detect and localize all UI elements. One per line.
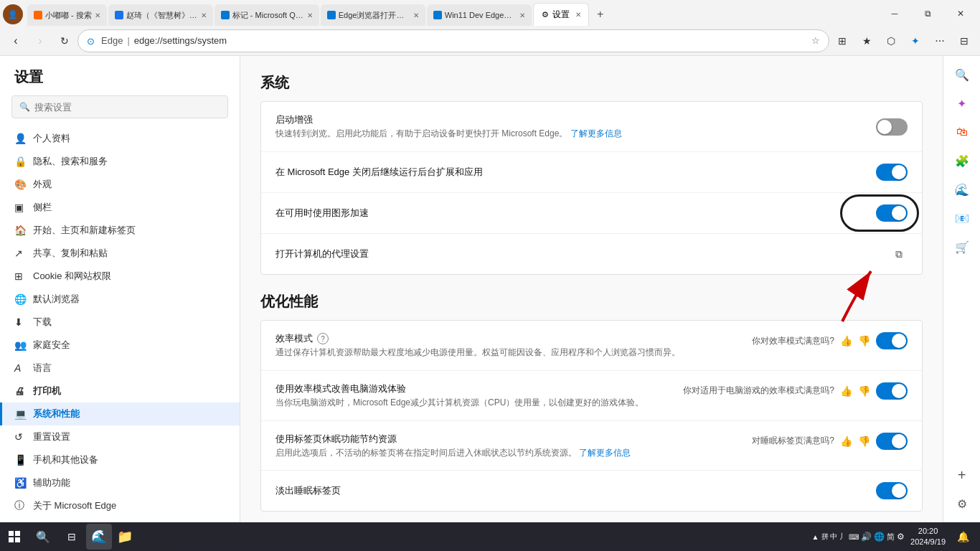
taskbar-notification-button[interactable]: 🔔 (951, 525, 974, 548)
forward-button[interactable]: › (29, 29, 52, 52)
right-outlook-button[interactable]: 📧 (949, 205, 975, 231)
sidebar-item-about[interactable]: ⓘ 关于 Microsoft Edge (0, 494, 240, 517)
sleeping-tabs-link[interactable]: 了解更多信息 (579, 448, 631, 458)
efficiency-thumbup-icon[interactable]: 👍 (840, 335, 852, 347)
tab-xiaodudou-close[interactable]: ✕ (95, 11, 100, 19)
fade-sleeping-toggle[interactable] (876, 482, 908, 499)
efficiency-help-icon[interactable]: ? (317, 333, 329, 344)
proxy-external-link[interactable]: ⧉ (890, 245, 908, 263)
right-add-button[interactable]: + (949, 462, 975, 488)
restore-button[interactable]: ⧉ (911, 3, 944, 24)
sidebar-item-download-label: 下载 (33, 316, 52, 329)
sidebar-item-privacy[interactable]: 🔒 隐私、搜索和服务 (0, 150, 240, 173)
settings-search-input[interactable] (34, 102, 220, 113)
sleeping-tabs-toggle[interactable] (876, 433, 908, 450)
settings-search-box[interactable]: 🔍 (11, 95, 228, 118)
minimize-button[interactable]: ─ (878, 3, 911, 24)
right-cart-button[interactable]: 🛒 (949, 234, 975, 260)
copilot-button[interactable]: ✦ (904, 29, 927, 52)
close-window-button[interactable]: ✕ (944, 3, 977, 24)
startup-boost-link[interactable]: 了解更多信息 (570, 128, 622, 138)
favorites-button[interactable]: ★ (855, 29, 878, 52)
reset-icon: ↺ (14, 431, 26, 443)
sidebar-item-newtab[interactable]: 🏠 开始、主页和新建标签页 (0, 219, 240, 242)
right-shopping-button[interactable]: 🛍 (949, 119, 975, 145)
right-panel: 🔍 ✦ 🛍 🧩 🌊 📧 🛒 + ⚙ (943, 56, 980, 522)
startup-boost-row: 启动增强 快速转到浏览。启用此功能后，有助于启动设备时更快打开 Microsof… (261, 102, 922, 152)
taskbar-explorer-app[interactable]: 📁 (112, 524, 138, 550)
sleeping-tabs-thumbdown-icon[interactable]: 👎 (858, 435, 870, 447)
tab-settings-close[interactable]: ✕ (575, 11, 581, 19)
taskbar-search-button[interactable]: 🔍 (29, 522, 57, 551)
more-button[interactable]: ··· (928, 29, 951, 52)
efficiency-thumbdown-icon[interactable]: 👎 (858, 335, 870, 347)
sidebar-item-family[interactable]: 👥 家庭安全 (0, 334, 240, 357)
sidebar-item-appearance[interactable]: 🎨 外观 (0, 173, 240, 196)
start-button[interactable] (0, 522, 29, 551)
tab-win11[interactable]: Win11 Dev Edge浏览... ✕ (427, 4, 532, 26)
split-screen-button[interactable]: ⊞ (831, 29, 854, 52)
sleeping-tabs-thumbup-icon[interactable]: 👍 (840, 435, 852, 447)
sidebar-item-system[interactable]: 💻 系统和性能 (0, 402, 240, 425)
sidebar-item-language[interactable]: A 语言 (0, 357, 240, 380)
collections-button[interactable]: ⬡ (880, 29, 903, 52)
address-bar[interactable]: ⊙ Edge | edge://settings/system ☆ (77, 29, 829, 52)
tab-zhaoqi[interactable]: 赵琦（《智慧树》标... ✕ (108, 4, 213, 26)
sidebar-item-cookie[interactable]: ⊞ Cookie 和网站权限 (0, 265, 240, 288)
gaming-thumbdown-icon[interactable]: 👎 (858, 385, 870, 397)
taskbar-clock[interactable]: 20:20 2024/9/19 (908, 526, 948, 548)
cookie-icon: ⊞ (14, 270, 26, 282)
new-tab-button[interactable]: + (590, 4, 611, 24)
proxy-row: 打开计算机的代理设置 ⧉ (261, 234, 922, 274)
sidebar-item-appearance-label: 外观 (33, 178, 52, 191)
run-background-toggle[interactable] (876, 164, 908, 181)
sidebar-item-printer[interactable]: 🖨 打印机 (0, 380, 240, 402)
taskbar-edge-app[interactable]: 🌊 (86, 524, 112, 550)
taskbar-system-tray[interactable]: ▲ 拼 中 丿 ⌨ 🔊 🌐 简 ⚙ (812, 532, 905, 542)
tab-settings[interactable]: ⚙ 设置 ✕ (533, 3, 589, 26)
tab-notes-label: 标记 - Microsoft Q&... (232, 10, 304, 21)
about-icon: ⓘ (14, 499, 26, 512)
tab-xiaodudou[interactable]: 小嘟嘟 - 搜索 ✕ (27, 4, 107, 26)
sidebar-toggle-button[interactable]: ⊟ (953, 29, 976, 52)
tab-zhaoqi-close[interactable]: ✕ (201, 11, 207, 19)
right-extensions-button[interactable]: 🧩 (949, 148, 975, 174)
sidebar-item-profile-label: 个人资料 (33, 132, 70, 145)
right-settings-button[interactable]: ⚙ (949, 491, 975, 517)
sidebar-item-about-label: 关于 Microsoft Edge (33, 499, 116, 512)
sidebar-item-reset[interactable]: ↺ 重置设置 (0, 425, 240, 448)
startup-boost-toggle[interactable] (876, 118, 908, 136)
sidebar-item-default-browser[interactable]: 🌐 默认浏览器 (0, 288, 240, 311)
tab-edge-open[interactable]: Edge浏览器打开网页... ✕ (321, 4, 425, 26)
sidebar-item-sidebar[interactable]: ▣ 侧栏 (0, 196, 240, 219)
efficiency-desc: 通过保存计算机资源帮助最大程度地减少电源使用量。权益可能因设备、应用程序和个人浏… (275, 347, 740, 359)
sidebar-item-profile[interactable]: 👤 个人资料 (0, 127, 240, 150)
profile-avatar[interactable]: 👤 (3, 4, 23, 24)
gaming-feedback-text: 你对适用于电脑游戏的效率模式满意吗? (683, 385, 834, 397)
gaming-thumbup-icon[interactable]: 👍 (840, 385, 852, 397)
sidebar-item-download[interactable]: ⬇ 下载 (0, 311, 240, 334)
system-section-title: 系统 (260, 73, 923, 93)
gaming-title: 使用效率模式改善电脑游戏体验 (275, 383, 406, 394)
taskbar-multitask-button[interactable]: ⊟ (57, 522, 86, 551)
taskbar-keyboard-icon: ⌨ (849, 533, 859, 541)
right-edge-button[interactable]: 🌊 (949, 176, 975, 202)
sidebar-item-mobile[interactable]: 📱 手机和其他设备 (0, 448, 240, 471)
tab-notes[interactable]: 标记 - Microsoft Q&... ✕ (215, 4, 319, 26)
right-copilot-button[interactable]: ✦ (949, 90, 975, 116)
right-search-button[interactable]: 🔍 (949, 62, 975, 88)
tab-win11-close[interactable]: ✕ (519, 11, 525, 19)
gaming-toggle[interactable] (876, 382, 908, 400)
tab-notes-close[interactable]: ✕ (307, 11, 313, 19)
tab-edge-open-close[interactable]: ✕ (413, 11, 419, 19)
back-button[interactable]: ‹ (4, 29, 27, 52)
sidebar-item-accessibility[interactable]: ♿ 辅助功能 (0, 471, 240, 494)
sidebar-item-share[interactable]: ↗ 共享、复制和粘贴 (0, 242, 240, 265)
sidebar-item-reset-label: 重置设置 (33, 430, 70, 443)
svg-rect-1 (9, 531, 14, 536)
hardware-accel-toggle[interactable] (876, 204, 908, 222)
bookmark-icon[interactable]: ☆ (811, 35, 820, 46)
refresh-button[interactable]: ↻ (53, 29, 76, 52)
startup-boost-content: 启动增强 快速转到浏览。启用此功能后，有助于启动设备时更快打开 Microsof… (275, 113, 864, 140)
efficiency-toggle[interactable] (876, 332, 908, 349)
